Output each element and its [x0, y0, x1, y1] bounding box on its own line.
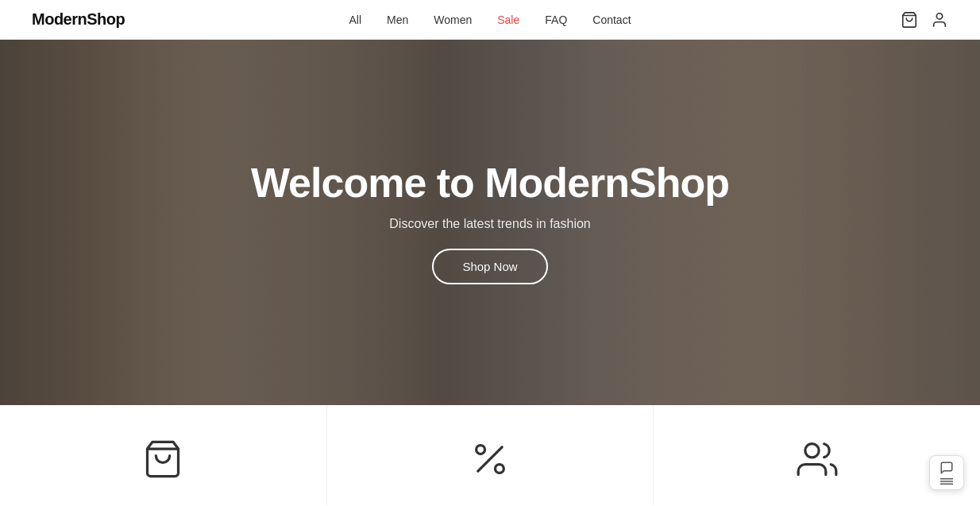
hero-title: Welcome to ModernShop	[251, 160, 729, 206]
cart-icon[interactable]	[901, 11, 918, 29]
features-section	[0, 405, 980, 505]
feature-card-community	[654, 405, 980, 505]
svg-point-6	[805, 444, 819, 458]
chat-widget[interactable]	[929, 455, 964, 490]
nav-contact[interactable]: Contact	[592, 14, 631, 26]
nav-all[interactable]: All	[349, 14, 361, 26]
svg-point-4	[476, 446, 485, 454]
nav-women[interactable]: Women	[434, 14, 472, 26]
user-icon[interactable]	[931, 11, 948, 29]
feature-card-deals	[327, 405, 654, 505]
nav-men[interactable]: Men	[387, 14, 408, 26]
navbar: ModernShop All Men Women Sale FAQ Contac…	[0, 0, 980, 40]
svg-point-5	[496, 465, 504, 473]
percent-icon	[468, 437, 512, 481]
feature-card-shopping	[0, 405, 327, 505]
svg-point-1	[936, 13, 942, 18]
brand-logo[interactable]: ModernShop	[32, 10, 125, 29]
users-icon	[795, 437, 839, 481]
hero-content: Welcome to ModernShop Discover the lates…	[0, 40, 980, 405]
nav-links: All Men Women Sale FAQ Contact	[349, 13, 631, 27]
navbar-icons	[901, 11, 948, 29]
nav-faq[interactable]: FAQ	[545, 14, 567, 26]
hero-section: Welcome to ModernShop Discover the lates…	[0, 40, 980, 405]
shopping-bag-icon	[141, 437, 185, 481]
nav-sale[interactable]: Sale	[497, 14, 519, 26]
chat-bubble-icon	[939, 461, 954, 475]
hero-subtitle: Discover the latest trends in fashion	[389, 217, 590, 231]
menu-lines-icon	[940, 477, 953, 485]
svg-line-3	[478, 447, 502, 471]
shop-now-button[interactable]: Shop Now	[432, 249, 547, 284]
